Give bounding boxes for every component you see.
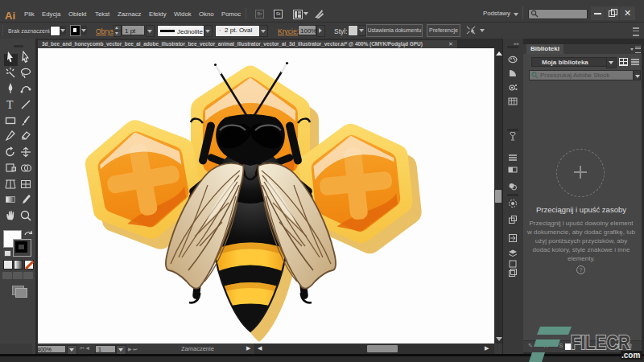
svg-text:.com: .com — [621, 351, 640, 360]
svg-text:T: T — [6, 99, 14, 111]
